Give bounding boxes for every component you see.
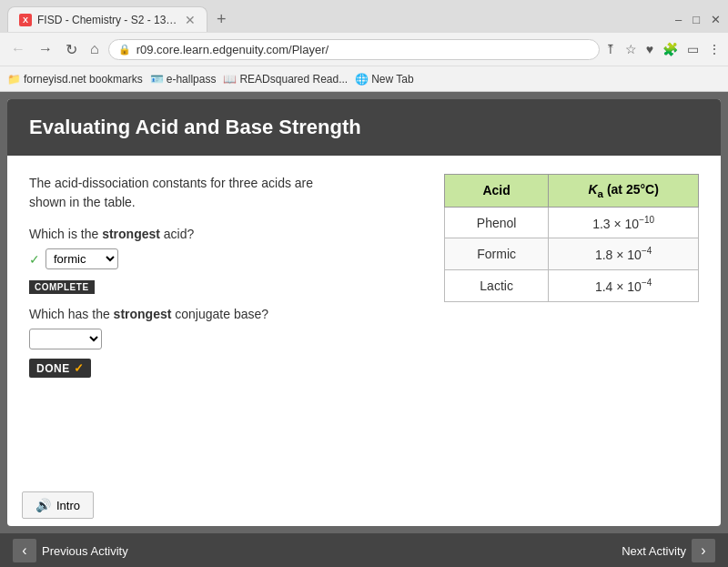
heart-icon[interactable]: ♥	[646, 42, 653, 56]
share-icon[interactable]: ⤒	[605, 42, 616, 56]
prev-activity-button[interactable]: ‹ Previous Activity	[0, 533, 141, 567]
done-button[interactable]: DONE ✓	[29, 359, 91, 378]
menu-icon[interactable]: ⋮	[708, 42, 721, 56]
lock-icon: 🔒	[118, 44, 131, 56]
readsquared-icon: 📖	[223, 73, 237, 86]
extensions-icon[interactable]: 🧩	[662, 42, 678, 56]
page-area: Evaluating Acid and Base Strength The ac…	[0, 92, 728, 533]
bookmark-star-icon[interactable]: ☆	[625, 42, 637, 56]
url-input[interactable]: 🔒 r09.core.learn.edgenuity.com/Player/	[108, 39, 600, 60]
bookmarks-bar: 📁 forneyisd.net bookmarks 🪪 e-hallpass 📖…	[0, 66, 728, 91]
tablet-icon[interactable]: ▭	[687, 42, 699, 56]
address-bar: ← → ↻ ⌂ 🔒 r09.core.learn.edgenuity.com/P…	[0, 33, 728, 66]
ehallpass-icon: 🪪	[150, 73, 164, 86]
answer2-row: Phenol Formic Lactic	[29, 329, 426, 349]
intro-button[interactable]: 🔊 Intro	[22, 491, 94, 519]
ka-cell: 1.4 × 10−4	[549, 270, 699, 302]
question-intro-text: The acid-dissociation constants for thre…	[29, 174, 426, 212]
ka-cell: 1.8 × 10−4	[549, 238, 699, 270]
next-activity-button[interactable]: Next Activity ›	[609, 533, 728, 567]
browser-chrome: X FISD - Chemistry - S2 - 132000 - ✕ + –…	[0, 0, 728, 92]
bookmark-readsquared[interactable]: 📖 READsquared Read...	[223, 73, 348, 86]
tab-bar: X FISD - Chemistry - S2 - 132000 - ✕ + –…	[0, 0, 728, 33]
content-card: Evaluating Acid and Base Strength The ac…	[7, 99, 721, 526]
reload-button[interactable]: ↻	[62, 39, 81, 60]
answer1-row: ✓ formic Phenol Lactic	[29, 248, 426, 269]
next-label: Next Activity	[622, 544, 686, 558]
acid-cell: Lactic	[445, 270, 549, 302]
bookmark-label: New Tab	[371, 73, 413, 86]
tab-favicon: X	[19, 14, 32, 26]
question1-label: Which is the strongest acid?	[29, 227, 426, 241]
bottom-nav: ‹ Previous Activity Next Activity ›	[0, 533, 728, 567]
bookmark-newtab[interactable]: 🌐 New Tab	[355, 73, 413, 86]
new-tab-button[interactable]: +	[211, 10, 232, 29]
strongest-base-select[interactable]: Phenol Formic Lactic	[29, 329, 102, 349]
bookmark-label: forneyisd.net bookmarks	[24, 73, 143, 86]
table-row: Lactic 1.4 × 10−4	[445, 270, 699, 302]
table-row: Formic 1.8 × 10−4	[445, 238, 699, 270]
strongest-acid-select[interactable]: formic Phenol Lactic	[46, 248, 118, 269]
home-button[interactable]: ⌂	[86, 39, 103, 59]
back-button[interactable]: ←	[7, 39, 29, 59]
lesson-body: The acid-dissociation constants for thre…	[7, 156, 721, 484]
done-label: DONE	[36, 362, 70, 375]
minimize-icon[interactable]: –	[675, 13, 682, 26]
prev-arrow-icon: ‹	[13, 539, 36, 562]
left-section: The acid-dissociation constants for thre…	[29, 174, 426, 466]
tab-title: FISD - Chemistry - S2 - 132000 -	[37, 14, 179, 26]
close-window-icon[interactable]: ✕	[711, 13, 721, 26]
checkmark-icon: ✓	[29, 252, 40, 267]
bookmark-forneyisd[interactable]: 📁 forneyisd.net bookmarks	[7, 73, 143, 86]
done-check-icon: ✓	[74, 361, 85, 375]
window-controls: – □ ✕	[675, 13, 721, 26]
url-text: r09.core.learn.edgenuity.com/Player/	[136, 43, 329, 56]
lesson-header: Evaluating Acid and Base Strength	[7, 99, 721, 156]
acid-cell: Formic	[445, 238, 549, 270]
complete-badge: COMPLETE	[29, 280, 95, 294]
folder-icon: 📁	[7, 73, 21, 86]
bookmark-label: READsquared Read...	[239, 73, 348, 86]
intro-label: Intro	[56, 499, 80, 512]
speaker-icon: 🔊	[35, 498, 51, 512]
globe-icon: 🌐	[355, 73, 369, 86]
active-tab[interactable]: X FISD - Chemistry - S2 - 132000 - ✕	[7, 6, 207, 32]
bookmark-label: e-hallpass	[167, 73, 217, 86]
lesson-title: Evaluating Acid and Base Strength	[29, 116, 361, 138]
forward-button[interactable]: →	[35, 39, 56, 59]
tab-close-button[interactable]: ✕	[185, 13, 196, 27]
table-header-acid: Acid	[445, 175, 549, 208]
next-arrow-icon: ›	[692, 539, 715, 562]
intro-row: 🔊 Intro	[7, 484, 721, 526]
table-section: Acid Ka (at 25°C) Phenol 1.3 × 10−10 For…	[444, 174, 699, 466]
acid-cell: Phenol	[445, 207, 549, 238]
bookmark-ehallpass[interactable]: 🪪 e-hallpass	[150, 73, 217, 86]
table-header-ka: Ka (at 25°C)	[549, 175, 699, 208]
strongest-bold1: strongest	[102, 227, 160, 241]
ka-cell: 1.3 × 10−10	[549, 207, 699, 238]
acid-table: Acid Ka (at 25°C) Phenol 1.3 × 10−10 For…	[444, 174, 699, 302]
strongest-bold2: strongest	[114, 307, 172, 321]
table-row: Phenol 1.3 × 10−10	[445, 207, 699, 238]
address-right-icons: ⤒ ☆ ♥ 🧩 ▭ ⋮	[605, 42, 721, 56]
maximize-icon[interactable]: □	[693, 13, 700, 26]
prev-label: Previous Activity	[42, 544, 128, 558]
question2-label: Which has the strongest conjugate base?	[29, 307, 426, 321]
